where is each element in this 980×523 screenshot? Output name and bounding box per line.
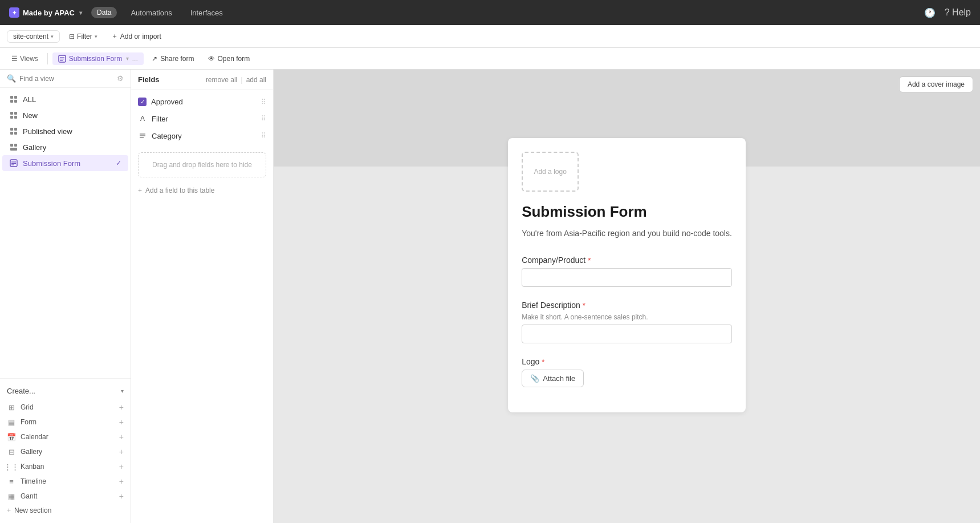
create-gantt-label: Gantt [21, 492, 37, 500]
add-cover-button[interactable]: Add a cover image [899, 76, 973, 92]
company-product-field: Company/Product * [508, 249, 746, 294]
attach-file-label: Attach file [543, 374, 575, 383]
form-card: Add a logo Submission Form You're from A… [508, 138, 746, 412]
open-form-button[interactable]: 👁 Open form [202, 52, 256, 65]
logo-required-star: * [542, 358, 544, 366]
fields-header: Fields remove all | add all [131, 70, 273, 90]
published-label: Published view [23, 127, 72, 136]
add-gantt-icon: + [119, 492, 124, 501]
create-gallery-label: Gallery [21, 448, 42, 456]
create-calendar-label: Calendar [21, 433, 48, 441]
views-toggle[interactable]: ☰ Views [7, 52, 43, 65]
filter-label: Filter [77, 33, 92, 40]
active-check-icon: ✓ [116, 159, 121, 167]
create-kanban-label: Kanban [21, 463, 44, 471]
field-item-filter[interactable]: A Filter ⠿ [131, 110, 273, 127]
add-calendar-icon: + [119, 432, 124, 441]
new-section-item[interactable]: + New section [0, 504, 131, 517]
drop-zone-hint: Drag and drop fields here to hide [152, 161, 252, 169]
create-calendar[interactable]: 📅 Calendar + [0, 429, 131, 444]
site-content-label: site-content [13, 33, 48, 40]
form-description: You're from Asia-Pacific region and you … [508, 223, 746, 249]
create-items-list: ⊞ Grid + ▤ Form + 📅 Calendar + ⊟ Gallery [0, 399, 131, 518]
create-form-label: Form [21, 418, 36, 426]
toolbar: site-content ▾ ⊟ Filter ▾ ＋ Add or impor… [0, 25, 980, 48]
filter-button[interactable]: ⊟ Filter ▾ [64, 30, 102, 43]
sidebar-item-new[interactable]: New [2, 107, 128, 123]
category-drag-icon: ⠿ [261, 132, 266, 140]
workspace-logo[interactable]: ✦ Made by APAC ▾ [9, 7, 82, 18]
kanban-create-icon: ⋮⋮ [7, 462, 16, 471]
create-form[interactable]: ▤ Form + [0, 415, 131, 429]
create-grid[interactable]: ⊞ Grid + [0, 400, 131, 415]
main-layout: 🔍 ⚙ ALL New Published view [0, 70, 980, 523]
brief-description-field: Brief Description * Make it short. A one… [508, 294, 746, 350]
svg-rect-17 [14, 144, 17, 147]
create-toggle[interactable]: Create... ▾ [0, 383, 131, 399]
submission-form-view-tab[interactable]: Submission Form ▾ … [52, 52, 144, 65]
new-label: New [23, 111, 38, 120]
create-gantt[interactable]: ▦ Gantt + [0, 489, 131, 504]
history-icon[interactable]: 🕐 [924, 7, 936, 18]
submission-form-tab-label: Submission Form [69, 55, 122, 63]
form-tab-icon [58, 55, 66, 63]
add-field-plus-icon: + [138, 187, 142, 194]
nav-interfaces-tab[interactable]: Interfaces [186, 6, 227, 19]
svg-rect-18 [10, 148, 17, 151]
sidebar-item-submission-form[interactable]: Submission Form ✓ [2, 155, 128, 171]
add-form-icon: + [119, 417, 124, 427]
svg-rect-9 [14, 112, 17, 115]
add-timeline-icon: + [119, 477, 124, 486]
svg-rect-12 [10, 128, 13, 131]
find-view-input[interactable] [19, 75, 113, 83]
brief-description-input[interactable] [522, 325, 732, 343]
add-field-button[interactable]: + Add a field to this table [131, 182, 273, 199]
gallery-label: Gallery [23, 143, 46, 152]
plus-icon: ＋ [111, 31, 118, 41]
add-field-label: Add a field to this table [145, 187, 214, 194]
sidebar-nav: ALL New Published view Gallery [0, 88, 131, 378]
help-button[interactable]: ? Help [945, 7, 971, 18]
workspace-chevron-icon: ▾ [79, 10, 82, 16]
field-item-approved[interactable]: ✓ Approved ⠿ [131, 94, 273, 110]
new-section-plus-icon: + [7, 506, 11, 514]
attach-file-button[interactable]: 📎 Attach file [522, 370, 584, 387]
category-field-name: Category [152, 132, 257, 140]
submission-form-nav-label: Submission Form [23, 159, 80, 168]
fields-panel: Fields remove all | add all ✓ Approved ⠿… [131, 70, 274, 523]
add-import-button[interactable]: ＋ Add or import [107, 29, 166, 43]
share-form-button[interactable]: ↗ Share form [146, 52, 200, 65]
field-item-category[interactable]: Category ⠿ [131, 127, 273, 144]
add-logo-button[interactable]: Add a logo [522, 152, 579, 192]
add-all-button[interactable]: add all [246, 76, 266, 84]
grid-create-icon: ⊞ [7, 403, 16, 412]
top-nav: ✦ Made by APAC ▾ Data Automations Interf… [0, 0, 980, 25]
nav-automations-tab[interactable]: Automations [126, 6, 176, 19]
tab-more-icon[interactable]: … [132, 55, 138, 62]
sidebar-item-all[interactable]: ALL [2, 91, 128, 107]
filter-icon: ⊟ [69, 33, 75, 40]
calendar-create-icon: 📅 [7, 432, 16, 441]
approved-checkbox-icon: ✓ [138, 98, 147, 106]
create-kanban[interactable]: ⋮⋮ Kanban + [0, 459, 131, 474]
add-logo-label: Add a logo [534, 168, 566, 176]
svg-rect-5 [14, 96, 17, 99]
create-timeline[interactable]: ≡ Timeline + [0, 474, 131, 489]
gear-icon[interactable]: ⚙ [117, 74, 124, 83]
published-view-icon [9, 127, 18, 136]
create-gallery[interactable]: ⊟ Gallery + [0, 444, 131, 459]
brief-desc-hint: Make it short. A one-sentence sales pitc… [522, 313, 732, 321]
sidebar-item-published[interactable]: Published view [2, 123, 128, 139]
sidebar-item-gallery[interactable]: Gallery [2, 139, 128, 155]
svg-rect-6 [10, 100, 13, 103]
all-label: ALL [23, 95, 36, 104]
share-icon: ↗ [152, 55, 157, 63]
nav-data-tab[interactable]: Data [91, 7, 117, 18]
company-product-input[interactable] [522, 268, 732, 287]
svg-rect-15 [14, 132, 17, 135]
svg-rect-13 [14, 128, 17, 131]
remove-all-button[interactable]: remove all [206, 76, 237, 84]
all-view-icon [9, 95, 18, 104]
svg-rect-16 [10, 144, 13, 147]
site-content-selector[interactable]: site-content ▾ [7, 30, 60, 43]
